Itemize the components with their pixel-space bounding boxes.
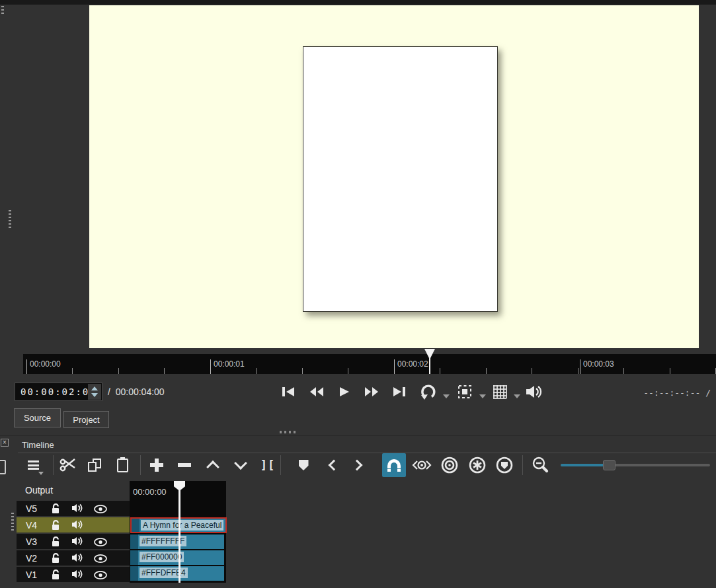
lock-icon[interactable] (50, 552, 61, 566)
zoom-fit-button[interactable] (454, 381, 476, 403)
ruler-label: 00:00:01 (210, 359, 245, 374)
plus-icon (150, 459, 163, 472)
timeline-playhead-line (179, 481, 180, 583)
rewind-button[interactable] (305, 381, 328, 403)
append-button[interactable] (145, 453, 169, 477)
timeline-close-icon[interactable]: × (1, 439, 9, 447)
track-head-drag-handle[interactable] (11, 513, 14, 531)
panel-splitter-handle[interactable] (280, 431, 298, 433)
chevron-up-icon (206, 460, 219, 474)
clip-fade-edge (132, 519, 139, 532)
spin-down-icon[interactable] (91, 393, 98, 397)
track-name: V1 (26, 570, 37, 580)
tab-project-label: Project (73, 415, 99, 425)
track-name: V5 (26, 503, 37, 514)
previous-marker-button[interactable] (320, 453, 344, 477)
toolbar-separator (522, 455, 523, 475)
ripple-icon (441, 457, 458, 474)
mute-icon[interactable] (71, 552, 84, 566)
ripple-toggle-button[interactable] (438, 453, 461, 477)
lock-icon[interactable] (50, 503, 61, 517)
hide-icon[interactable] (94, 504, 107, 516)
clip-v1[interactable]: #FFFDFFE4 (130, 566, 224, 581)
clip-v2[interactable]: #FF000000 (130, 550, 224, 565)
timeline-zoom-slider-fill (561, 464, 606, 466)
ripple-delete-button[interactable] (173, 453, 196, 477)
mute-icon[interactable] (71, 503, 84, 516)
timeline-ruler-label: 00:00:00 (133, 487, 167, 497)
clip-fade-edge (130, 534, 138, 549)
play-button[interactable] (333, 381, 355, 403)
selected-duration-readout: --:--:--:-- / (643, 388, 711, 398)
ripple-all-tracks-button[interactable] (465, 453, 489, 477)
clip-fade-edge (130, 566, 138, 581)
grid-button[interactable] (489, 381, 511, 403)
grid-dropdown-icon[interactable] (514, 394, 520, 398)
lock-icon[interactable] (50, 519, 61, 533)
timeline-float-icon[interactable] (0, 460, 6, 474)
tab-source[interactable]: Source (14, 408, 61, 427)
timeline-zoom-slider-handle[interactable] (603, 460, 616, 470)
track-head-v5[interactable]: V5 (17, 501, 130, 516)
paste-icon (117, 459, 128, 472)
loop-button[interactable] (417, 381, 440, 403)
ruler-label: 00:00:03 (580, 359, 614, 374)
timeline-panel-divider (0, 435, 716, 436)
fast-forward-button[interactable] (360, 381, 383, 403)
overwrite-button[interactable] (229, 453, 253, 477)
marker-icon (299, 460, 309, 470)
timeline-menu-caret-icon (38, 472, 44, 475)
clip-label: #FF000000 (139, 552, 184, 562)
copy-icon (88, 459, 101, 472)
snap-toggle-button[interactable] (382, 453, 406, 477)
duration-value: 00:00:04:00 (116, 386, 165, 397)
loop-dropdown-icon[interactable] (443, 394, 450, 398)
hide-icon[interactable] (94, 537, 107, 549)
track-head-v1[interactable]: V1 (17, 567, 130, 582)
track-head-v2[interactable]: V2 (17, 550, 130, 566)
lift-button[interactable] (201, 453, 225, 477)
track-head-v3[interactable]: V3 (17, 534, 130, 549)
clip-fade-edge (130, 550, 138, 565)
position-timecode-field[interactable]: 00:00:02:06 (15, 383, 102, 401)
hide-icon[interactable] (94, 570, 107, 582)
panel-drag-handle[interactable] (1, 6, 4, 15)
next-marker-button[interactable] (347, 453, 371, 477)
clip-v3[interactable]: #FFFFFFFF (130, 534, 224, 549)
zoom-fit-dropdown-icon[interactable] (479, 394, 486, 398)
track-head-v4[interactable]: V4 (17, 517, 130, 533)
zoom-timeline-out-button[interactable] (528, 453, 552, 477)
chevron-down-icon (234, 457, 247, 470)
cut-button[interactable] (56, 453, 79, 477)
hide-icon[interactable] (94, 554, 107, 566)
minus-icon (178, 463, 191, 467)
timeline-tracks-area[interactable]: 00:00:00 A Hymn for a Peaceful #FFFFFFFF… (130, 481, 226, 583)
toolbar-separator (53, 455, 54, 475)
skip-to-end-button[interactable] (388, 381, 411, 403)
player-timeline-ruler[interactable]: 00:00:00 00:00:01 00:00:02 00:00:03 (23, 354, 716, 374)
tab-project[interactable]: Project (63, 411, 109, 428)
paste-button[interactable] (110, 453, 134, 477)
asterisk-circle-icon (469, 457, 486, 474)
scrub-while-dragging-button[interactable] (410, 453, 434, 477)
volume-button[interactable] (523, 381, 545, 403)
timecode-spinner[interactable] (88, 384, 101, 400)
magnet-icon (387, 459, 401, 472)
create-marker-button[interactable] (292, 453, 315, 477)
ruler-label: 00:00:02 (394, 359, 428, 374)
output-track-head[interactable]: Output (17, 483, 130, 499)
mute-icon[interactable] (71, 519, 84, 533)
player-panel-drag-handle[interactable] (9, 210, 11, 229)
toolbar-separator (140, 455, 141, 475)
mute-icon[interactable] (71, 536, 84, 549)
split-button[interactable]: ][ (256, 453, 280, 477)
toolbar-separator (280, 455, 281, 475)
lock-icon[interactable] (50, 569, 61, 583)
lock-icon[interactable] (50, 536, 61, 550)
copy-button[interactable] (83, 453, 106, 477)
ripple-markers-button[interactable] (493, 453, 516, 477)
mute-icon[interactable] (71, 569, 84, 582)
preview-page-image (303, 46, 498, 312)
spin-up-icon[interactable] (91, 386, 98, 390)
skip-to-start-button[interactable] (277, 381, 299, 403)
